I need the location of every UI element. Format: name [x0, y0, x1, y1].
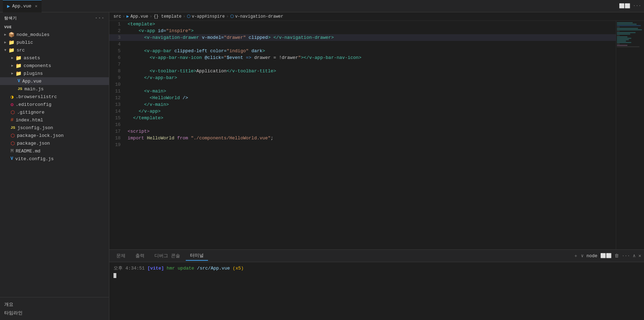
panel: 문제 출력 디버그 콘솔 터미널 ＋ ∨ node ⬜⬜ 🗑 ··· — [109, 249, 644, 320]
sidebar-bottom-overview[interactable]: 개요 — [4, 300, 105, 309]
line-number: 10 — [109, 81, 126, 88]
split-editor-icon[interactable]: ⬜⬜ — [619, 3, 630, 9]
line-number: 11 — [109, 88, 126, 95]
sidebar-item-node_modules[interactable]: ▶ 📦 node_modules — [0, 31, 109, 38]
folder-icon: 📁 — [8, 47, 14, 53]
terminal-dropdown-icon[interactable]: ∨ — [581, 253, 584, 259]
terminal-body[interactable]: 오후 4:34:51 [vite] hmr update /src/App.vu… — [109, 262, 644, 320]
sidebar-item-assets[interactable]: ▶ 📁 assets — [0, 54, 109, 62]
line-content: </template> — [126, 115, 616, 121]
sidebar-item-jsconfig.json[interactable]: JS jsconfig.json — [0, 124, 109, 132]
sidebar-more-icon[interactable]: ··· — [95, 15, 105, 21]
file-label: node_modules — [17, 32, 50, 37]
add-terminal-icon[interactable]: ＋ — [574, 253, 578, 259]
sidebar-item-package-lock.json[interactable]: ⬡ package-lock.json — [0, 132, 109, 139]
sidebar: 탐색기 ··· VUE ▶ 📦 node_modules ▶ 📁 public … — [0, 12, 109, 320]
bc-src: src — [114, 14, 121, 19]
title-bar: ▶ App.vue ✕ ⬜⬜ ··· — [0, 0, 644, 12]
more-actions-icon[interactable]: ··· — [633, 3, 641, 9]
bc-inspire: v-app#inspire — [192, 14, 225, 19]
code-line: 2 <v-app id="inspire"> — [109, 28, 616, 34]
tab-close-button[interactable]: ✕ — [35, 4, 37, 9]
file-icon: ⬡ — [11, 109, 15, 115]
maximize-panel-icon[interactable]: ∧ — [633, 253, 636, 259]
line-number: 17 — [109, 128, 126, 135]
panel-tab-terminal[interactable]: 터미널 — [186, 251, 208, 261]
minimap — [616, 21, 644, 249]
code-line: 11 <v-main> — [109, 88, 616, 95]
file-label: src — [17, 48, 25, 53]
sidebar-item-README.md[interactable]: M README.md — [0, 147, 109, 155]
panel-tabs: 문제 출력 디버그 콘솔 터미널 ＋ ∨ node ⬜⬜ 🗑 ··· — [109, 250, 644, 262]
file-label: .gitignore — [17, 110, 44, 115]
editor-area: src › ▶ App.vue › {} template › ⬡ v-app#… — [109, 12, 644, 320]
line-content: <HelloWorld /> — [126, 95, 616, 101]
breadcrumb: src › ▶ App.vue › {} template › ⬡ v-app#… — [109, 12, 644, 21]
code-line: 8 <v-toolbar-title>Application</v-toolba… — [109, 68, 616, 74]
sidebar-item-browserslistrc[interactable]: ◑ .browserslistrc — [0, 93, 109, 101]
code-line: 9 </v-app-bar> — [109, 74, 616, 81]
line-content: import HelloWorld from "./components/Hel… — [126, 135, 616, 141]
delete-terminal-icon[interactable]: 🗑 — [614, 253, 619, 259]
sidebar-item-index.html[interactable]: # index.html — [0, 116, 109, 124]
sidebar-item-vite.config.js[interactable]: V vite.config.js — [0, 155, 109, 163]
file-label: index.html — [16, 117, 43, 123]
chevron-icon: ▶ — [11, 71, 13, 76]
line-number: 18 — [109, 135, 126, 141]
more-terminal-icon[interactable]: ··· — [622, 253, 630, 259]
line-content: <script> — [126, 128, 616, 135]
bc-sep: › — [226, 14, 229, 19]
sidebar-item-App.vue[interactable]: V App.vue — [0, 77, 109, 85]
panel-tab-output[interactable]: 출력 — [131, 251, 149, 260]
code-line: 14 </v-app> — [109, 108, 616, 115]
panel-tab-label: 출력 — [135, 253, 145, 259]
line-number: 6 — [109, 54, 126, 61]
file-label: main.js — [24, 86, 44, 92]
code-editor[interactable]: 1 <template> 2 <v-app id="inspire"> 3 <v… — [109, 21, 616, 249]
bc-sep: › — [149, 14, 152, 19]
file-label: plugins — [24, 71, 43, 76]
main-layout: 탐색기 ··· VUE ▶ 📦 node_modules ▶ 📁 public … — [0, 12, 644, 320]
sidebar-item-package.json[interactable]: ⬡ package.json — [0, 139, 109, 147]
file-label: App.vue — [22, 79, 42, 84]
file-icon: # — [11, 117, 13, 123]
file-label: assets — [24, 55, 40, 61]
terminal-x5: (x5) — [233, 266, 244, 271]
editor-tab[interactable]: ▶ App.vue ✕ — [3, 0, 42, 12]
sidebar-item-gitignore[interactable]: ⬡ .gitignore — [0, 108, 109, 116]
terminal-label: node — [587, 253, 597, 259]
file-label: .editorconfig — [16, 102, 51, 107]
file-icon: M — [11, 148, 13, 154]
file-label: README.md — [16, 149, 40, 154]
code-line: 1 <template> — [109, 21, 616, 28]
file-label: .browserslistrc — [16, 94, 57, 99]
tab-filename: App.vue — [12, 4, 31, 9]
folder-icon: 📁 — [16, 71, 22, 77]
code-line-highlighted: 3 <v-navigation-drawer v-model="drawer" … — [109, 34, 616, 41]
panel-tab-debug[interactable]: 디버그 콘솔 — [150, 251, 184, 260]
file-icon: ⬡ — [11, 133, 15, 139]
sidebar-item-src[interactable]: ▼ 📁 src — [0, 46, 109, 54]
split-terminal-icon[interactable]: ⬜⬜ — [600, 253, 612, 259]
sidebar-title: 탐색기 — [4, 16, 17, 21]
sidebar-bottom: 개요 타임라인 — [0, 297, 109, 320]
sidebar-bottom-timeline[interactable]: 타임라인 — [4, 309, 105, 317]
file-label: vite.config.js — [15, 156, 54, 162]
code-line: 15 </template> — [109, 115, 616, 121]
sidebar-item-public[interactable]: ▶ 📁 public — [0, 38, 109, 46]
close-panel-icon[interactable]: ✕ — [638, 253, 641, 259]
panel-tab-problems[interactable]: 문제 — [112, 251, 130, 260]
sidebar-item-plugins[interactable]: ▶ 📁 plugins — [0, 70, 109, 77]
terminal-vite: [vite] — [147, 266, 164, 271]
sidebar-item-main.js[interactable]: JS main.js — [0, 85, 109, 93]
bc-appvue: App.vue — [130, 14, 148, 19]
code-line: 7 — [109, 61, 616, 68]
sidebar-item-editorconfig[interactable]: ⚙ .editorconfig — [0, 101, 109, 108]
sidebar-item-components[interactable]: ▶ 📁 components — [0, 62, 109, 70]
js-file-icon: JS — [18, 87, 22, 91]
code-line: 10 — [109, 81, 616, 88]
line-content: <v-app-bar clipped-left color="indigo" d… — [126, 48, 616, 54]
terminal-time: 오후 4:34:51 — [114, 266, 147, 271]
code-line: 17 <script> — [109, 128, 616, 135]
file-icon: ⬡ — [11, 140, 15, 146]
